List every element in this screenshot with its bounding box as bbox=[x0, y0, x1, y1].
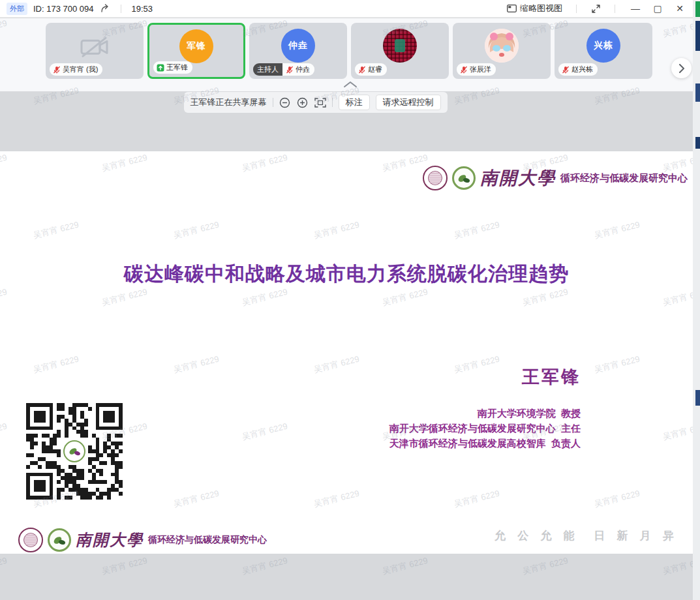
university-motto: 允 公 允 能 日 新 月 异 bbox=[495, 528, 678, 543]
avatar: 仲垚 bbox=[281, 29, 315, 63]
next-participants-button[interactable] bbox=[671, 58, 692, 78]
meeting-id: ID: 173 700 094 bbox=[33, 4, 94, 14]
host-badge: 主持人 bbox=[253, 63, 282, 76]
org-name: 循环经济与低碳发展研究中心 bbox=[560, 172, 688, 185]
qr-code bbox=[26, 403, 123, 500]
slide-title: 碳达峰碳中和战略及城市电力系统脱碳化治理趋势 bbox=[0, 261, 693, 288]
slide-header-logos: 南開大學 循环经济与低碳发展研究中心 bbox=[423, 166, 688, 190]
speaker-name: 王军锋 bbox=[389, 365, 581, 389]
presentation-slide: 南開大學 循环经济与低碳发展研究中心 碳达峰碳中和战略及城市电力系统脱碳化治理趋… bbox=[0, 151, 693, 554]
qr-center-logo bbox=[61, 438, 88, 465]
camera-off-icon bbox=[80, 36, 110, 61]
fit-to-screen-icon[interactable] bbox=[314, 97, 326, 108]
participant-name: 张辰洋 bbox=[470, 65, 491, 74]
share-toolbar: 王军锋正在共享屏幕 标注 请求远程控制 bbox=[184, 92, 448, 113]
collapse-strip-button[interactable] bbox=[342, 79, 359, 88]
mic-muted-icon bbox=[286, 66, 294, 74]
university-name-calligraphy: 南開大學 bbox=[480, 166, 556, 190]
participant-tile[interactable]: 张辰洋 bbox=[453, 23, 551, 79]
minimize-button[interactable]: — bbox=[629, 3, 642, 14]
background-window-sliver bbox=[693, 0, 700, 600]
divider bbox=[576, 5, 577, 13]
mic-muted-icon bbox=[562, 66, 570, 74]
divider bbox=[273, 98, 273, 107]
thumbnail-view-toggle[interactable]: 缩略图视图 bbox=[507, 3, 562, 14]
speaker-block: 王军锋 南开大学环境学院 教授 南开大学循环经济与低碳发展研究中心 主任 天津市… bbox=[389, 365, 581, 451]
participant-name: 吴宵宵 (我) bbox=[63, 65, 98, 74]
copy-share-icon[interactable] bbox=[100, 3, 110, 14]
divider bbox=[121, 5, 121, 13]
thumbnail-view-icon bbox=[507, 5, 517, 12]
avatar: 兴栋 bbox=[586, 29, 620, 63]
participant-tile[interactable]: 赵睿 bbox=[351, 23, 449, 79]
mic-muted-icon bbox=[358, 66, 366, 74]
research-center-logo bbox=[452, 166, 476, 190]
annotate-button[interactable]: 标注 bbox=[339, 95, 370, 110]
mic-muted-icon bbox=[53, 66, 61, 74]
avatar-photo bbox=[383, 29, 417, 63]
university-seal-logo bbox=[18, 528, 43, 552]
zoom-in-icon[interactable] bbox=[297, 97, 309, 108]
divider bbox=[332, 98, 333, 107]
meeting-time: 19:53 bbox=[132, 4, 153, 14]
avatar-photo bbox=[485, 29, 519, 63]
org-name: 循环经济与低碳发展研究中心 bbox=[148, 534, 267, 546]
zoom-out-icon[interactable] bbox=[279, 97, 291, 108]
research-center-logo bbox=[48, 528, 71, 552]
screen-share-icon bbox=[157, 64, 164, 72]
participant-tile-host[interactable]: 仲垚 主持人 仲垚 bbox=[249, 23, 347, 79]
fullscreen-icon[interactable] bbox=[590, 3, 601, 14]
avatar: 军锋 bbox=[179, 29, 213, 63]
slide-footer-logos: 南開大學 循环经济与低碳发展研究中心 bbox=[18, 528, 267, 552]
request-remote-control-button[interactable]: 请求远程控制 bbox=[376, 95, 441, 110]
thumbnail-view-label: 缩略图视图 bbox=[520, 3, 562, 14]
affiliation-line: 南开大学环境学院 教授 bbox=[389, 406, 581, 421]
participant-name: 王军锋 bbox=[166, 63, 188, 72]
chevron-right-icon bbox=[678, 64, 685, 73]
university-seal-logo bbox=[423, 166, 448, 190]
affiliation-line: 南开大学循环经济与低碳发展研究中心 主任 bbox=[389, 421, 581, 436]
participant-name: 赵兴栋 bbox=[571, 65, 593, 74]
participant-tile-self[interactable]: 吴宵宵 (我) bbox=[46, 23, 144, 79]
university-name-calligraphy: 南開大學 bbox=[76, 530, 144, 550]
participant-name: 仲垚 bbox=[296, 65, 310, 74]
external-badge: 外部 bbox=[7, 3, 27, 15]
sharing-status-text: 王军锋正在共享屏幕 bbox=[190, 97, 267, 108]
maximize-button[interactable]: ▢ bbox=[651, 3, 664, 14]
participant-name: 赵睿 bbox=[368, 65, 382, 74]
mic-muted-icon bbox=[460, 66, 468, 74]
shared-screen-area: 南開大學 循环经济与低碳发展研究中心 碳达峰碳中和战略及城市电力系统脱碳化治理趋… bbox=[0, 91, 693, 600]
window-titlebar: 外部 ID: 173 700 094 19:53 缩略图视图 — ▢ ✕ bbox=[0, 0, 693, 18]
affiliation-line: 天津市循环经济与低碳发展高校智库 负责人 bbox=[389, 436, 581, 451]
close-button[interactable]: ✕ bbox=[673, 3, 686, 14]
participant-tile-active-speaker[interactable]: 军锋 王军锋 bbox=[147, 23, 245, 79]
participant-tile[interactable]: 兴栋 赵兴栋 bbox=[555, 23, 652, 79]
divider bbox=[615, 5, 615, 13]
